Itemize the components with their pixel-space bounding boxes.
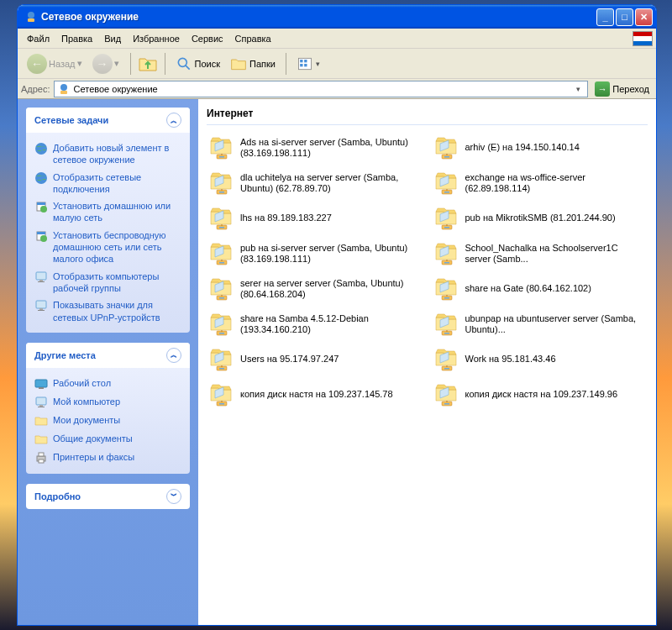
chevron-down-icon: ▾ <box>114 58 119 69</box>
share-label: Users на 95.174.97.247 <box>240 354 339 365</box>
network-folder-icon <box>208 134 235 161</box>
share-label: pub на si-server server (Samba, Ubuntu) … <box>240 243 422 265</box>
collapse-icon[interactable]: ︽ <box>166 348 181 363</box>
panel-network-tasks: Сетевые задачи ︽ Добавить новый элемент … <box>26 108 190 333</box>
up-button[interactable] <box>138 54 158 74</box>
sidebar-task-item[interactable]: Показывать значки для сетевых UPnP-устро… <box>34 297 181 326</box>
network-share-item[interactable]: School_Nachalka на Schoolserver1C server… <box>432 238 648 270</box>
share-label: Work на 95.181.43.46 <box>465 354 556 365</box>
network-share-item[interactable]: exchange на ws-office-server (62.89.198.… <box>432 167 648 199</box>
network-share-item[interactable]: ubunpap на ubuntuserver server (Samba, U… <box>432 308 648 340</box>
place-icon <box>34 396 48 409</box>
forward-button[interactable]: → ▾ <box>88 51 123 76</box>
go-arrow-icon: → <box>595 81 610 97</box>
share-label: lhs на 89.189.183.227 <box>240 213 332 223</box>
panel-header[interactable]: Подробно ︾ <box>26 484 190 509</box>
maximize-button[interactable]: □ <box>616 8 633 26</box>
expand-icon[interactable]: ︾ <box>166 489 181 504</box>
toolbar-separator <box>165 53 165 75</box>
items-grid: Ads на si-server server (Samba, Ubuntu) … <box>207 132 648 411</box>
sidebar-task-item[interactable]: Установить домашнюю или малую сеть <box>34 197 181 227</box>
task-icon <box>34 299 48 312</box>
place-label: Принтеры и факсы <box>53 451 134 463</box>
share-label: arhiv (E) на 194.150.140.14 <box>465 142 580 153</box>
network-share-item[interactable]: lhs на 89.189.183.227 <box>207 202 423 234</box>
task-icon <box>34 171 48 185</box>
task-label: Показывать значки для сетевых UPnP-устро… <box>53 299 181 323</box>
sidebar-place-item[interactable]: Общие документы <box>34 430 181 449</box>
panel-header[interactable]: Другие места ︽ <box>26 343 190 368</box>
sidebar-place-item[interactable]: Мой компьютер <box>34 393 181 412</box>
network-share-item[interactable]: share на Samba 4.5.12-Debian (193.34.160… <box>207 308 423 340</box>
task-icon <box>34 229 48 243</box>
menu-view[interactable]: Вид <box>98 32 127 45</box>
minimize-button[interactable]: _ <box>596 8 614 26</box>
main-pane: Интернет Ads на si-server server (Samba,… <box>198 99 656 625</box>
go-button[interactable]: → Переход <box>591 80 653 98</box>
place-label: Рабочий стол <box>53 377 111 389</box>
network-folder-icon <box>208 276 235 302</box>
section-heading: Интернет <box>207 106 648 125</box>
address-label: Адрес: <box>21 84 50 94</box>
network-share-item[interactable]: Work на 95.181.43.46 <box>432 344 648 375</box>
folders-button[interactable]: Папки <box>227 54 279 74</box>
menu-help[interactable]: Справка <box>229 32 277 45</box>
menu-file[interactable]: Файл <box>21 32 55 45</box>
network-share-item[interactable]: arhiv (E) на 194.150.140.14 <box>432 132 648 164</box>
forward-arrow-icon: → <box>92 54 113 74</box>
menu-tools[interactable]: Сервис <box>186 32 229 45</box>
menu-favorites[interactable]: Избранное <box>127 32 186 45</box>
place-label: Мой компьютер <box>53 396 120 407</box>
content-area: Сетевые задачи ︽ Добавить новый элемент … <box>18 99 656 625</box>
views-icon <box>297 55 313 72</box>
network-share-item[interactable]: dla uchitelya на server server (Samba, U… <box>207 167 423 199</box>
task-icon <box>34 270 48 284</box>
network-share-item[interactable]: serer на server server (Samba, Ubuntu) (… <box>207 273 423 305</box>
sidebar-place-item[interactable]: Принтеры и факсы <box>34 449 181 467</box>
panel-other-places: Другие места ︽ Рабочий столМой компьютер… <box>26 343 190 474</box>
network-share-item[interactable]: Ads на si-server server (Samba, Ubuntu) … <box>207 132 423 164</box>
toolbar-separator <box>286 53 286 75</box>
search-icon <box>176 55 192 72</box>
network-share-item[interactable]: share на Gate (80.64.162.102) <box>432 273 648 305</box>
sidebar-task-item[interactable]: Отобразить сетевые подключения <box>34 169 181 198</box>
folders-icon <box>230 55 247 72</box>
back-arrow-icon: ← <box>27 54 47 74</box>
network-share-item[interactable]: pub на MikrotikSMB (81.201.244.90) <box>432 202 648 234</box>
sidebar-task-item[interactable]: Отобразить компьютеры рабочей группы <box>34 268 181 297</box>
task-icon <box>34 200 48 213</box>
sidebar-task-item[interactable]: Установить беспроводную домашнюю сеть ил… <box>34 227 181 268</box>
sidebar-place-item[interactable]: Мои документы <box>34 412 181 430</box>
sidebar-place-item[interactable]: Рабочий стол <box>34 375 181 393</box>
menu-edit[interactable]: Правка <box>55 32 98 45</box>
share-label: serer на server server (Samba, Ubuntu) (… <box>240 278 422 300</box>
address-dropdown-icon[interactable]: ▾ <box>571 85 585 93</box>
network-folder-icon <box>208 346 235 373</box>
share-label: pub на MikrotikSMB (81.201.244.90) <box>465 213 616 223</box>
panel-header[interactable]: Сетевые задачи ︽ <box>26 108 190 133</box>
back-button[interactable]: ← Назад ▾ <box>23 51 87 76</box>
network-share-item[interactable]: копия диск настя на 109.237.145.78 <box>207 379 423 411</box>
sidebar: Сетевые задачи ︽ Добавить новый элемент … <box>18 99 198 625</box>
share-label: exchange на ws-office-server (62.89.198.… <box>465 172 647 194</box>
network-folder-icon <box>433 205 460 232</box>
menubar: Файл Правка Вид Избранное Сервис Справка <box>18 29 656 49</box>
network-share-item[interactable]: копия диск настя на 109.237.149.96 <box>432 379 648 411</box>
titlebar[interactable]: Сетевое окружение _ □ ✕ <box>18 5 656 29</box>
close-button[interactable]: ✕ <box>635 8 653 26</box>
network-share-item[interactable]: Users на 95.174.97.247 <box>207 344 423 375</box>
sidebar-task-item[interactable]: Добавить новый элемент в сетевое окружен… <box>34 139 181 169</box>
task-label: Добавить новый элемент в сетевое окружен… <box>53 142 181 166</box>
task-label: Установить домашнюю или малую сеть <box>53 200 181 224</box>
network-folder-icon <box>208 311 235 338</box>
network-folder-icon <box>433 346 460 373</box>
addressbar: Адрес: Сетевое окружение ▾ → Переход <box>18 79 656 99</box>
share-label: share на Samba 4.5.12-Debian (193.34.160… <box>240 313 422 335</box>
network-folder-icon <box>433 240 460 267</box>
search-button[interactable]: Поиск <box>172 54 223 74</box>
views-button[interactable]: ▾ <box>293 54 323 74</box>
address-input[interactable]: Сетевое окружение ▾ <box>54 81 589 97</box>
network-share-item[interactable]: pub на si-server server (Samba, Ubuntu) … <box>207 238 423 270</box>
task-label: Установить беспроводную домашнюю сеть ил… <box>53 229 181 265</box>
collapse-icon[interactable]: ︽ <box>166 113 181 128</box>
